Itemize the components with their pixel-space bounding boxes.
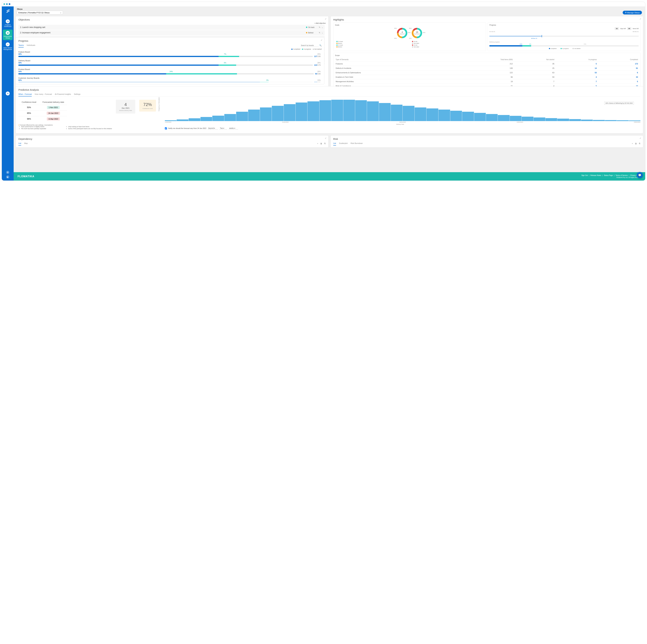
obeya-icon: ▦: [6, 31, 10, 35]
chevron-down-icon: ⌄: [60, 11, 62, 14]
manage-obeya-label: Manage Obeya: [627, 12, 640, 14]
tab-risk-scatter[interactable]: Scatterplot: [339, 142, 348, 145]
progress-legend: Completed In progress Not started: [18, 48, 321, 50]
goals-title: Goals: [335, 24, 484, 26]
notify-checkbox[interactable]: [165, 127, 167, 130]
sidebar: :F ◔ Analytics Dashboard ▦ Governance Ob…: [2, 6, 14, 180]
objective-title: 1: Launch new shopping cart: [20, 26, 306, 28]
objective-title: 2: Increase employee engagement: [20, 31, 306, 34]
edit-icon[interactable]: ✎: [319, 32, 320, 34]
scope-row: Defects & Incidents13025 14 91: [335, 66, 639, 71]
status-dot: [306, 27, 307, 28]
delete-icon[interactable]: 🗑: [320, 143, 322, 145]
nav-label: Value Stream Management: [3, 47, 13, 50]
expand-icon[interactable]: ⤢: [325, 18, 327, 20]
delete-icon[interactable]: 🗑: [635, 143, 637, 145]
footer-copyright: ©Elabor8 Pty Ltd. All Rights Reserved: [581, 177, 641, 178]
tab-teams[interactable]: Teams: [18, 44, 24, 48]
tab-howmany-forecast[interactable]: How many - Forecast: [35, 92, 52, 96]
traffic-light[interactable]: [6, 3, 8, 5]
assumptions-list: Team performance is slightly slowerOnly …: [18, 126, 112, 130]
notify-text: Notify me should the forecast vary from …: [168, 128, 206, 129]
nav-analytics-dashboard[interactable]: ◔ Analytics Dashboard: [3, 18, 13, 28]
status-text: Behind: [308, 32, 317, 34]
donut-count: 16: [411, 31, 423, 33]
objective-row[interactable]: 1: Launch new shopping cart On track ✎ ⌄: [18, 25, 325, 30]
search-icon[interactable]: 🔍: [319, 45, 321, 47]
settings-icon[interactable]: ⚙: [6, 91, 10, 95]
card-title: Progress: [18, 39, 321, 42]
scope-box: Scope Type of DemandsTotal Items (600)No…: [333, 53, 641, 90]
card-title: Risk: [333, 138, 641, 140]
days-left-label: days left: [620, 28, 626, 29]
expand-icon[interactable]: ⤢: [325, 137, 327, 139]
add-icon[interactable]: ＋: [317, 142, 319, 145]
logo: :F: [6, 9, 9, 14]
objective-row[interactable]: 2: Increase employee engagement Behind ✎…: [18, 30, 325, 35]
scope-row: Features21235 5 172: [335, 62, 639, 66]
dependency-card: ⤢ Dependency List Map ＋ 🗑 ⚗: [16, 135, 329, 148]
traffic-light[interactable]: [3, 3, 5, 5]
notify-select-amount[interactable]: Two ▾: [219, 127, 227, 130]
notify-select-unit[interactable]: weeks ▾: [228, 127, 238, 130]
tab-individuals[interactable]: Individuals: [26, 44, 35, 47]
footer-link[interactable]: Status Page: [604, 174, 613, 176]
footer-link[interactable]: Release Notes: [590, 174, 601, 176]
expand-icon[interactable]: ⤢: [640, 137, 641, 139]
chat-icon[interactable]: 💬: [637, 172, 643, 178]
play-icon[interactable]: ▶: [6, 175, 9, 179]
filter-icon[interactable]: ⚗: [639, 143, 640, 145]
status-text: On track: [308, 26, 317, 28]
expand-icon[interactable]: ⤢: [321, 39, 322, 41]
risk-card: ⤢ Risk List Scatterplot Risk Burndown ＋ …: [331, 135, 643, 148]
confidence-table: Confidence levelForecasted delivery date…: [18, 100, 67, 122]
chevron-down-icon[interactable]: ⌄: [321, 32, 323, 34]
donut-keyresults: 16 Key Results 50% 35% 15%: [411, 27, 423, 39]
timeline-end: 30 Dec 21: [633, 31, 639, 32]
timeline-current: 08 Nov 21: [531, 37, 537, 39]
tab-dep-list[interactable]: List: [18, 142, 21, 146]
tab-when-forecast[interactable]: When - Forecast: [18, 92, 32, 96]
expand-icon[interactable]: ⤢: [640, 18, 641, 20]
items-left-value: 85: [627, 27, 631, 30]
tab-settings[interactable]: Settings: [74, 92, 80, 96]
manage-obeya-button[interactable]: ⚙ Manage Obeya: [623, 11, 642, 14]
notify-select-direction[interactable]: beyond ▾: [208, 127, 218, 130]
status-dot: [306, 32, 307, 33]
card-title: Objectives: [18, 18, 326, 21]
scope-table: Type of DemandsTotal Items (600)Not star…: [335, 58, 639, 88]
footer-link[interactable]: Terms of Service: [616, 174, 628, 176]
delivery-progress-title: Delivery progress: [489, 41, 639, 43]
add-objective-button[interactable]: + Add objective: [314, 22, 326, 24]
forecast-histogram: Frequency of Simulation 60% chance of de…: [160, 100, 640, 130]
filter-icon[interactable]: ⚗: [324, 143, 326, 145]
footer: FLOMATIKA Sign Out | Release Notes | Sta…: [14, 172, 645, 180]
gear-icon[interactable]: ⚙: [6, 171, 9, 174]
scope-row: Enhancements & Optimisations12263 53 6: [335, 71, 639, 75]
add-icon[interactable]: ＋: [631, 142, 633, 145]
obeya-select[interactable]: Enterprise | Flomatika FY22 Q1 Obeya ⌄: [17, 11, 63, 14]
predictive-card: Predictive Analysis When - Forecast How …: [16, 86, 643, 134]
tab-risk-list[interactable]: List: [333, 142, 336, 146]
search-boards-input[interactable]: [301, 44, 319, 47]
goals-legend: On trackAt riskBehindNot ratedOn trackAt…: [335, 41, 484, 48]
progress-box: Progress 52 days left 85 items left 01 O…: [488, 22, 640, 51]
chevron-down-icon[interactable]: ⌄: [321, 26, 323, 28]
histogram-tooltip: 60% chance of delivering by 25 Feb 2022: [604, 102, 634, 105]
footer-link[interactable]: Sign Out: [581, 174, 588, 176]
tab-risk-burndown[interactable]: Risk Burndown: [351, 142, 363, 145]
edit-icon[interactable]: ✎: [319, 26, 320, 28]
goals-box: Goals: [333, 22, 486, 51]
nav-value-stream[interactable]: ∞ Value Stream Management: [3, 41, 13, 52]
obeya-label: Obeya: [17, 8, 63, 10]
card-title: Highlights: [333, 18, 641, 21]
board-row: Feature Board 68% 7% 25% 127/186: [18, 51, 320, 57]
days-left-value: 52: [615, 27, 619, 30]
tab-ai-insights[interactable]: AI-Powered insights: [55, 92, 71, 96]
footer-links: Sign Out | Release Notes | Status Page |…: [581, 174, 641, 176]
gear-icon: ⚙: [625, 11, 627, 14]
tab-dep-map[interactable]: Map: [24, 142, 27, 145]
nav-governance-obeya[interactable]: ▦ Governance Obeya: [3, 29, 13, 40]
traffic-light[interactable]: [9, 3, 10, 5]
desired-date-box: 4 Dec 2021 Desired Delivery Date: [116, 100, 135, 113]
